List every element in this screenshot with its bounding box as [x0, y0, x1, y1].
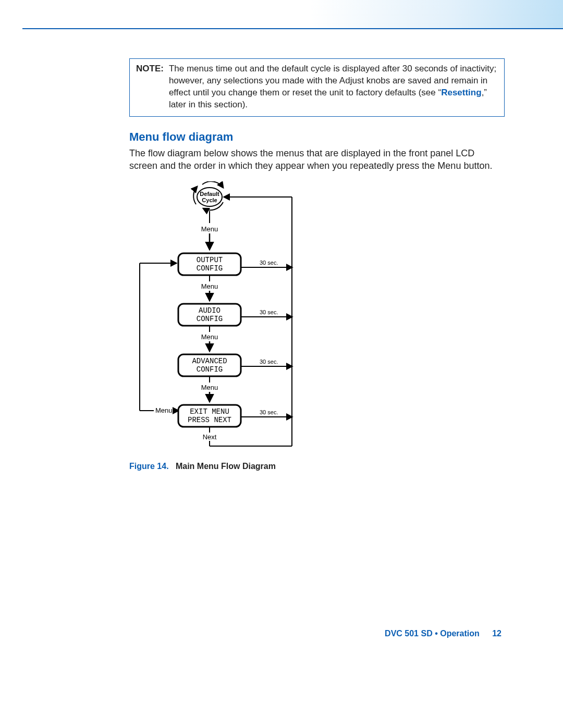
note-box: NOTE: The menus time out and the default…: [129, 58, 505, 117]
next-label: Next: [203, 433, 217, 441]
figure-number: Figure 14.: [129, 462, 169, 471]
node-exit-menu: EXIT MENU PRESS NEXT: [178, 405, 241, 427]
figure-caption: Figure 14. Main Menu Flow Diagram: [129, 462, 505, 471]
timeout-3: 30 sec.: [260, 409, 278, 415]
node3-line2: PRESS NEXT: [188, 416, 231, 424]
resetting-link[interactable]: Resetting: [441, 88, 481, 97]
node2-line2: CONFIG: [197, 365, 223, 374]
edge-label-0: Menu: [201, 225, 218, 233]
flow-diagram-svg: Menu Default Cycle Menu: [130, 181, 328, 452]
default-cycle-node: Default Cycle: [193, 181, 223, 210]
timeout-2: 30 sec.: [260, 359, 278, 365]
node1-line1: AUDIO: [199, 306, 221, 315]
note-text: The menus time out and the default cycle…: [169, 63, 498, 111]
edge-label-2: Menu: [201, 333, 218, 341]
menu-flow-diagram: Menu Default Cycle Menu: [130, 181, 505, 454]
edge-label-3: Menu: [201, 384, 218, 391]
note-label: NOTE:: [136, 63, 164, 75]
page: NOTE: The menus time out and the default…: [0, 0, 563, 728]
node0-line1: OUTPUT: [197, 256, 223, 264]
content-area: NOTE: The menus time out and the default…: [129, 58, 505, 471]
section-heading: Menu flow diagram: [129, 130, 505, 144]
footer-page: 12: [492, 629, 501, 638]
left-menu-label: Menu: [155, 406, 173, 414]
footer-title: DVC 501 SD • Operation: [385, 629, 480, 638]
cycle-label-top: Default: [200, 191, 219, 197]
node0-line2: CONFIG: [197, 264, 223, 273]
page-footer: DVC 501 SD • Operation 12: [385, 629, 501, 638]
node3-line1: EXIT MENU: [190, 408, 229, 416]
node-advanced-config: ADVANCED CONFIG: [178, 354, 241, 376]
node2-line1: ADVANCED: [192, 357, 227, 365]
cycle-label-bottom: Cycle: [202, 197, 217, 203]
timeout-1: 30 sec.: [260, 309, 278, 315]
header-bar: [0, 0, 563, 29]
figure-title: Main Menu Flow Diagram: [176, 462, 276, 471]
timeout-0: 30 sec.: [260, 260, 278, 266]
node-audio-config: AUDIO CONFIG: [178, 304, 241, 326]
node-output-config: OUTPUT CONFIG: [178, 253, 241, 275]
node1-line2: CONFIG: [197, 315, 223, 323]
edge-label-1: Menu: [201, 282, 218, 290]
section-body: The flow diagram below shows the menus t…: [129, 147, 505, 172]
